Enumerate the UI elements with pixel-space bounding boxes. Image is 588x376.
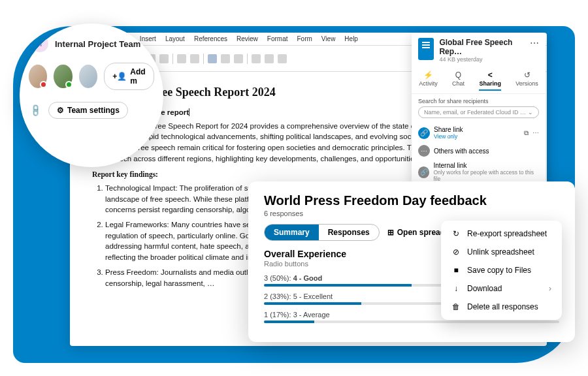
share-file-title: Global Free Speech Rep…	[439, 38, 525, 56]
link-icon: 🔗	[418, 166, 429, 178]
link-icon: 🔗	[418, 127, 430, 139]
status-dot-busy	[40, 81, 47, 88]
text-cursor	[189, 108, 189, 116]
tab-versions[interactable]: ↺Versions	[515, 70, 538, 91]
chevron-right-icon: ›	[549, 284, 551, 293]
folder-icon: ■	[451, 266, 461, 275]
share-row-others[interactable]: ⋯ Others with access	[418, 142, 539, 159]
align-right-icon[interactable]	[234, 54, 243, 63]
share-search-placeholder: Name, email, or Federated Cloud ID …	[424, 109, 526, 116]
share-row-sharelink[interactable]: 🔗 Share linkView only ⧉⋯	[418, 123, 539, 142]
status-dot-online	[65, 81, 73, 88]
menu-unlink[interactable]: ⊘Unlink spreadsheet	[445, 243, 558, 261]
share-panel: Global Free Speech Rep… 44 KB yesterday …	[412, 33, 546, 183]
bolt-icon: ⚡	[419, 70, 438, 80]
chevron-down-icon: ⌄	[528, 109, 533, 116]
tab-activity[interactable]: ⚡Activity	[419, 70, 438, 91]
add-user-icon: +👤	[112, 72, 127, 81]
share-icon: <	[479, 70, 501, 80]
unlink-icon: ⊘	[451, 247, 461, 257]
tab-sharing[interactable]: <Sharing	[479, 70, 501, 91]
tab-chat[interactable]: QChat	[452, 70, 465, 91]
list-number-icon[interactable]	[265, 54, 274, 63]
team-settings-button[interactable]: ⚙Team settings	[48, 102, 128, 119]
refresh-icon: ↻	[451, 229, 461, 238]
menu-download[interactable]: ↓Download›	[445, 279, 558, 298]
list-bullet-icon[interactable]	[252, 54, 261, 63]
menu-references[interactable]: References	[194, 35, 227, 42]
trash-icon: 🗑	[451, 302, 461, 311]
team-title: Internal Project Team	[55, 39, 140, 49]
download-icon: ↓	[451, 284, 461, 293]
menu-layout[interactable]: Layout	[165, 35, 185, 42]
link-icon[interactable]: 🔗	[28, 103, 42, 118]
menu-delete[interactable]: 🗑Delete all responses	[445, 298, 558, 316]
history-icon: ↺	[515, 70, 538, 80]
avatar[interactable]	[29, 65, 47, 88]
align-left-icon[interactable]	[208, 54, 217, 63]
highlight-icon[interactable]	[190, 54, 199, 63]
menu-reexport[interactable]: ↻Re-export spreadsheet	[445, 225, 558, 243]
menu-savecopy[interactable]: ■Save copy to Files	[445, 261, 558, 279]
share-file-size: 44 KB yesterday	[439, 56, 525, 63]
people-icon: ⋯	[418, 145, 430, 157]
tab-responses[interactable]: Responses	[319, 225, 379, 240]
share-search-label: Search for share recipients	[418, 98, 539, 104]
team-popover: IT Internal Project Team +👤Add m 🔗 ⚙Team…	[20, 24, 163, 167]
spreadsheet-icon: ⊞	[387, 228, 394, 237]
indent-icon[interactable]	[278, 54, 287, 63]
menu-format[interactable]: Format	[267, 35, 288, 42]
form-response-count: 6 responses	[264, 210, 559, 217]
avatar[interactable]	[54, 65, 72, 88]
chat-icon: Q	[452, 70, 465, 80]
avatar[interactable]	[79, 65, 97, 88]
form-actions-menu: ↻Re-export spreadsheet ⊘Unlink spreadshe…	[441, 221, 562, 320]
menu-insert[interactable]: Insert	[140, 35, 156, 42]
add-member-button[interactable]: +👤Add m	[104, 63, 154, 90]
menu-help[interactable]: Help	[344, 35, 358, 42]
file-icon	[418, 38, 434, 60]
gear-icon: ⚙	[57, 106, 64, 115]
copy-icon[interactable]: ⧉	[524, 129, 529, 137]
form-results-card: World Press Freedom Day feedback 6 respo…	[248, 181, 575, 342]
underline-icon[interactable]	[159, 54, 169, 63]
share-search-input[interactable]: Name, email, or Federated Cloud ID … ⌄	[418, 106, 539, 118]
menu-form[interactable]: Form	[297, 35, 312, 42]
form-title: World Press Freedom Day feedback	[264, 193, 559, 208]
more-icon[interactable]: ⋯	[530, 38, 539, 48]
menu-review[interactable]: Review	[237, 35, 258, 42]
summary-responses-toggle[interactable]: Summary Responses	[264, 224, 380, 241]
align-center-icon[interactable]	[221, 54, 230, 63]
font-color-icon[interactable]	[177, 54, 186, 63]
tab-summary[interactable]: Summary	[265, 225, 319, 240]
row-more-icon[interactable]: ⋯	[532, 129, 539, 137]
menu-view2[interactable]: View	[321, 35, 336, 42]
